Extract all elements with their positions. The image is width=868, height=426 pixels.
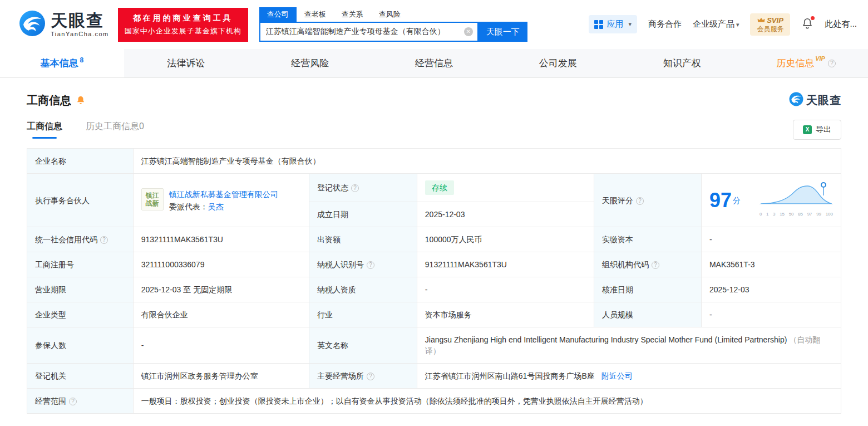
executive-partner-value: 镇江 战新 镇江战新私募基金管理有限公司 委派代表：吴杰 [133,174,309,227]
business-cooperation-link[interactable]: 商务合作 [648,19,682,30]
table-row: 统一社会信用代码 91321111MAK3561T3U 出资额 100000万人… [27,227,841,252]
taxpayer-id-label: 纳税人识别号 [309,252,417,277]
tab-operating-info[interactable]: 经营信息 [372,49,496,77]
tab-history-info[interactable]: 历史信息 VIP [744,49,868,77]
help-icon[interactable] [351,184,359,192]
search-box [259,22,479,42]
apps-dropdown[interactable]: 应用 [589,15,637,33]
partner-company-logo: 镇江 战新 [141,188,164,210]
watermark-logo-icon [789,92,803,109]
promo-line2: 国家中小企业发展子基金旗下机构 [125,26,241,36]
tab-basic-info[interactable]: 基本信息 8 [0,49,124,77]
org-code-label: 组织机构代码 [594,252,702,277]
enterprise-products-dropdown[interactable]: 企业级产品 [693,19,739,30]
watermark-logo: 天眼查 [789,92,841,109]
help-icon[interactable] [828,60,836,67]
tab-company-development[interactable]: 公司发展 [496,49,620,77]
registration-status-value: 存续 [417,174,594,202]
clear-search-icon[interactable] [464,27,473,36]
english-name-text: Jiangsu Zhenjiang High end Intelligent M… [425,335,787,344]
help-icon[interactable] [652,261,659,269]
search-input[interactable] [266,27,464,36]
export-label: 导出 [816,125,831,135]
monitor-bell-icon[interactable] [76,95,86,105]
paid-capital-value: - [701,227,841,252]
search-area: 查公司 查老板 查关系 查风险 天眼一下 [259,7,527,42]
status-badge: 存续 [425,180,454,195]
subtab-business-info[interactable]: 工商信息 [27,121,62,139]
crown-icon [757,16,765,25]
score-axis: 0131550859799100 [760,209,833,220]
help-icon[interactable] [367,373,374,380]
vip-badge: VIP [815,55,825,62]
tab-legal-label: 法律诉讼 [167,57,205,70]
tyc-score-value: 97 分 0131550859799100 [701,174,841,227]
capital-label: 出资额 [309,227,417,252]
tab-development-label: 公司发展 [539,57,577,70]
staff-size-value: - [701,302,841,327]
search-tab-relation[interactable]: 查关系 [334,7,371,22]
section-title: 工商信息 [27,93,71,108]
logo-name: 天眼查 [51,12,109,29]
partner-company-link[interactable]: 镇江战新私募基金管理有限公司 [169,190,278,199]
apps-label: 应用 [606,19,623,30]
tab-intellectual-property[interactable]: 知识产权 [620,49,744,77]
tab-basic-info-count: 8 [80,56,84,64]
score-unit: 分 [733,195,741,206]
taxpayer-qualification-label: 纳税人资质 [309,277,417,302]
taxpayer-id-text: 纳税人识别号 [317,260,364,269]
credit-code-value: 91321111MAK3561T3U [133,227,309,252]
table-row: 执行事务合伙人 镇江 战新 镇江战新私募基金管理有限公司 委派代表：吴杰 登记状… [27,174,841,202]
english-name-label: 英文名称 [309,327,417,364]
capital-value: 100000万人民币 [417,227,594,252]
subtab-history-business-info[interactable]: 历史工商信息0 [86,121,144,139]
business-scope-value: 一般项目：股权投资；创业投资（限投资未上市企业）；以自有资金从事投资活动（除依法… [133,389,841,414]
search-tabs: 查公司 查老板 查关系 查风险 [259,7,527,22]
address-value-text: 江苏省镇江市润州区南山路61号国投商务广场B座 [425,371,595,380]
svip-member-button[interactable]: SVIP 会员服务 [750,13,790,36]
company-name-value: 江苏镇江高端智能制造产业专项母基金（有限合伙） [133,149,841,174]
tab-operating-risk[interactable]: 经营风险 [248,49,372,77]
notification-bell-icon[interactable] [801,17,813,32]
promo-banner: 都在用的商业查询工具 国家中小企业发展子基金旗下机构 [118,8,248,42]
establish-date-label: 成立日期 [309,202,417,227]
notification-dot [811,16,815,20]
tianyancha-logo-icon [19,10,46,39]
registration-status-text: 登记状态 [317,183,348,192]
registration-number-label: 工商注册号 [27,252,134,277]
search-tab-company[interactable]: 查公司 [259,7,297,22]
company-type-value: 有限合伙企业 [133,302,309,327]
tab-ip-label: 知识产权 [663,57,701,70]
help-icon[interactable] [69,398,77,405]
help-icon[interactable] [636,197,644,205]
apps-grid-icon [594,20,603,29]
tyc-score-label: 天眼评分 [594,174,702,227]
address-label: 主要经营场所 [309,364,417,389]
tyc-score-text: 天眼评分 [602,196,633,205]
watermark-text: 天眼查 [806,93,841,108]
staff-size-label: 人员规模 [594,302,702,327]
help-icon[interactable] [100,236,108,244]
help-icon[interactable] [367,261,374,269]
score-number: 97 [709,190,732,210]
insured-count-label: 参保人数 [27,327,134,364]
tab-legal-proceedings[interactable]: 法律诉讼 [124,49,248,77]
approval-date-label: 核准日期 [594,277,702,302]
export-button[interactable]: 导出 [793,120,841,140]
table-row: 工商注册号 321111000336079 纳税人识别号 91321111MAK… [27,252,841,277]
partner-logo-line2: 战新 [146,199,159,207]
org-code-value: MAK3561T-3 [701,252,841,277]
score-distribution-chart: 0131550859799100 [760,181,833,220]
user-menu[interactable]: 此处有... [825,19,857,30]
tianyancha-logo[interactable]: 天眼查 TianYanCha.com [19,10,109,39]
top-header: 天眼查 TianYanCha.com 都在用的商业查询工具 国家中小企业发展子基… [0,0,868,49]
nearby-companies-link[interactable]: 附近公司 [601,371,633,380]
search-tab-boss[interactable]: 查老板 [297,7,334,22]
business-term-label: 营业期限 [27,277,134,302]
company-type-label: 企业类型 [27,302,134,327]
delegate-rep-link[interactable]: 吴杰 [208,202,224,211]
search-button[interactable]: 天眼一下 [479,22,527,42]
table-row: 企业类型 有限合伙企业 行业 资本市场服务 人员规模 - [27,302,841,327]
search-tab-risk[interactable]: 查风险 [371,7,408,22]
registration-status-label: 登记状态 [309,174,417,202]
